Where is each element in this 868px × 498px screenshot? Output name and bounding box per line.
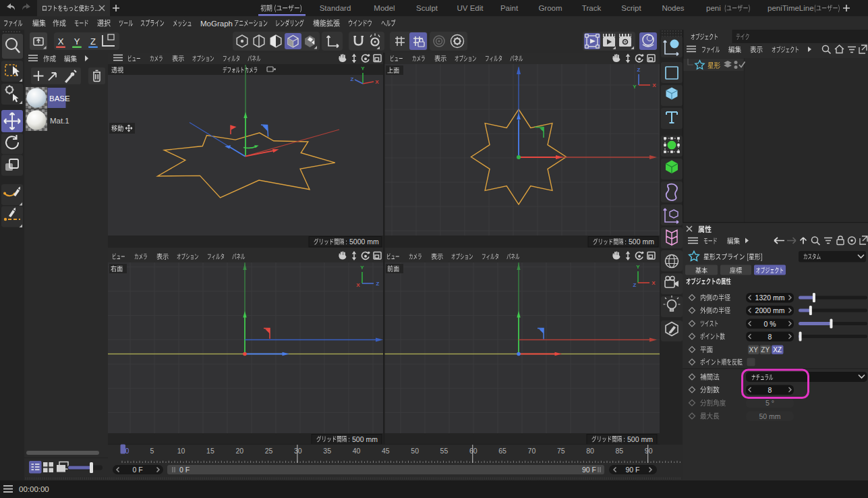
svg-text:Y: Y [636,264,640,270]
svg-text:10: 10 [177,447,185,455]
svg-text:X: X [356,282,360,288]
svg-text:00:00:00: 00:00:00 [19,485,49,493]
svg-text:40: 40 [353,447,361,455]
svg-text:90 F: 90 F [625,466,639,474]
svg-text:Z: Z [637,67,641,73]
svg-text:Sculpt: Sculpt [416,4,438,12]
svg-text:Y: Y [633,84,637,90]
svg-text:Z: Z [633,282,637,288]
svg-text:ZY: ZY [761,346,770,354]
svg-text:peniTimeLine: peniTimeLine [768,4,814,12]
svg-text:Y: Y [74,36,80,47]
svg-text:30: 30 [294,447,302,455]
svg-text:Mat.1: Mat.1 [50,117,69,125]
svg-text:90: 90 [645,447,653,455]
svg-text:20: 20 [235,447,243,455]
svg-text:X: X [652,82,656,88]
svg-text:Script: Script [621,4,641,12]
svg-text:Model: Model [374,4,395,12]
svg-text:50 mm: 50 mm [759,412,780,420]
svg-text:Track: Track [582,4,602,12]
svg-text:25: 25 [265,447,273,455]
svg-text:0 %: 0 % [763,320,776,328]
svg-text:1320 mm: 1320 mm [755,294,785,302]
svg-text:0 F: 0 F [179,466,190,474]
svg-text:Nodes: Nodes [662,4,684,12]
svg-text:peni: peni [706,4,721,12]
svg-text:Z: Z [90,36,96,47]
svg-text:85: 85 [616,447,624,455]
svg-text:35: 35 [323,447,331,455]
svg-text:X: X [58,36,64,47]
svg-text:0: 0 [125,447,129,455]
svg-text:XZ: XZ [773,346,782,354]
svg-text:X: X [375,79,379,85]
svg-text:MoGraph: MoGraph [200,20,233,28]
svg-text:Standard: Standard [320,4,351,12]
svg-text:Z: Z [376,281,380,287]
svg-text:XY: XY [749,346,759,354]
svg-text:UV Edit: UV Edit [457,4,484,12]
svg-text:0 F: 0 F [132,466,142,474]
svg-text:Groom: Groom [538,4,562,12]
svg-text:15: 15 [206,447,214,455]
svg-text:8: 8 [768,333,772,341]
svg-text:BASE: BASE [49,94,70,103]
svg-text:80: 80 [586,447,594,455]
svg-text:8: 8 [768,386,772,394]
svg-text:5: 5 [150,447,154,455]
svg-text:70: 70 [528,447,536,455]
svg-text:50: 50 [411,447,419,455]
svg-text:5 °: 5 ° [765,399,774,407]
svg-text:X: X [652,280,656,286]
svg-text:Y: Y [360,265,364,271]
svg-text:75: 75 [557,447,565,455]
svg-text:45: 45 [382,447,390,455]
svg-text:55: 55 [440,447,449,455]
svg-text:90 F: 90 F [582,466,596,474]
svg-text:65: 65 [498,447,507,455]
svg-text:Y: Y [361,65,365,72]
svg-text:Paint: Paint [500,4,519,12]
svg-text:Z: Z [351,76,354,82]
svg-text:2000 mm: 2000 mm [755,306,785,314]
svg-text:60: 60 [469,447,478,455]
